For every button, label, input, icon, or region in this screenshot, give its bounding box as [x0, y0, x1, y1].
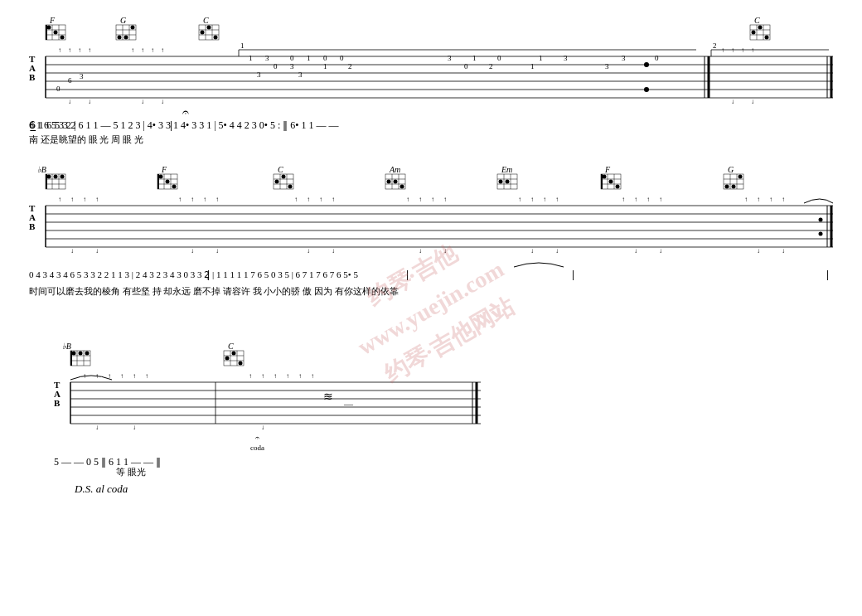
- svg-text:F: F: [49, 16, 56, 25]
- svg-text:↑: ↑: [286, 372, 289, 380]
- svg-text:↑: ↑: [298, 372, 302, 380]
- svg-text:0: 0: [56, 85, 61, 93]
- svg-text:↑: ↑: [543, 196, 546, 203]
- svg-text:↓: ↓: [88, 98, 91, 105]
- svg-text:0: 0: [340, 54, 344, 62]
- section-3-staff: ♭B C T A B ↑ ↑ ↑ ↑: [50, 334, 489, 479]
- svg-text:↓: ↓: [68, 98, 71, 105]
- svg-text:↑: ↑: [145, 372, 148, 380]
- svg-text:↓: ↓: [261, 424, 264, 431]
- svg-text:coda: coda: [250, 444, 264, 452]
- svg-text:3: 3: [622, 54, 626, 62]
- svg-text:B: B: [54, 398, 61, 408]
- svg-text:3: 3: [80, 72, 84, 80]
- ds-al-coda: D.S. al coda: [75, 483, 837, 496]
- svg-text:2: 2: [489, 62, 493, 70]
- svg-text:|: |: [170, 119, 172, 131]
- svg-text:↓: ↓: [782, 247, 785, 255]
- svg-point-85: [644, 62, 649, 67]
- svg-point-6: [47, 26, 51, 30]
- svg-text:6: 6: [68, 76, 72, 85]
- svg-point-124: [159, 175, 163, 179]
- svg-point-18: [131, 26, 135, 30]
- svg-text:↑: ↑: [731, 46, 734, 54]
- svg-text:5  —  —  0 5 ‖  6 1 1  —  — ‖: 5 — — 0 5 ‖ 6 1 1 — — ‖: [54, 456, 161, 468]
- svg-text:B: B: [29, 221, 36, 231]
- svg-text:↓: ↓: [757, 247, 760, 255]
- svg-text:↑: ↑: [751, 46, 754, 54]
- svg-point-253: [239, 361, 243, 366]
- svg-text:↑: ↑: [261, 372, 264, 380]
- svg-text:|: |: [207, 268, 210, 280]
- svg-text:3: 3: [298, 70, 303, 79]
- svg-text:↓: ↓: [95, 247, 99, 255]
- svg-text:↓: ↓: [141, 98, 144, 105]
- svg-point-115: [54, 175, 58, 179]
- svg-text:↑: ↑: [443, 196, 447, 203]
- svg-rect-163: [601, 174, 603, 189]
- svg-text:↑: ↑: [249, 372, 252, 380]
- svg-text:♭B: ♭B: [37, 165, 46, 174]
- svg-text:↑: ↑: [120, 372, 123, 380]
- svg-text:B: B: [29, 72, 36, 82]
- svg-rect-9: [46, 25, 47, 40]
- svg-text:↑: ↑: [406, 196, 409, 203]
- svg-point-16: [118, 36, 122, 40]
- svg-text:6 1 6 5 3 2  | 6 1 1  —  5 1 2: 6 1 6 5 3 2 | 6 1 1 — 5 1 2 3 | 4• 3 3 1…: [29, 119, 340, 131]
- svg-text:C: C: [754, 16, 760, 25]
- svg-point-136: [288, 185, 293, 189]
- svg-point-227: [819, 218, 823, 222]
- svg-text:↑: ↑: [769, 196, 772, 203]
- svg-text:♭B: ♭B: [62, 342, 71, 351]
- svg-text:↑: ↑: [332, 196, 335, 203]
- svg-point-172: [739, 175, 743, 179]
- svg-text:2: 2: [348, 62, 352, 70]
- svg-text:↑: ↑: [741, 46, 744, 54]
- svg-text:↑: ↑: [622, 196, 625, 203]
- svg-point-25: [207, 26, 211, 30]
- svg-text:↓: ↓: [731, 98, 734, 105]
- svg-text:2: 2: [713, 41, 717, 50]
- svg-text:↓: ↓: [133, 424, 136, 431]
- svg-text:↓: ↓: [751, 98, 754, 105]
- svg-text:↓: ↓: [332, 247, 335, 255]
- svg-point-27: [214, 36, 218, 40]
- svg-text:↑: ↑: [419, 196, 422, 203]
- svg-text:↓: ↓: [95, 424, 99, 431]
- svg-point-126: [172, 185, 177, 189]
- svg-text:↓: ↓: [530, 247, 534, 255]
- svg-text:↓: ↓: [443, 247, 447, 255]
- svg-point-145: [400, 185, 404, 189]
- svg-point-7: [54, 31, 58, 35]
- svg-text:|: |: [406, 268, 409, 280]
- svg-text:↑: ↑: [744, 196, 748, 203]
- svg-text:↑: ↑: [294, 196, 298, 203]
- svg-text:↑: ↑: [178, 196, 182, 203]
- svg-text:0: 0: [274, 62, 278, 70]
- svg-text:F: F: [161, 165, 167, 174]
- svg-text:↑: ↑: [88, 46, 91, 54]
- svg-text:↓: ↓: [659, 247, 662, 255]
- svg-text:时间可以磨去我的棱角 有些坚  持 却永远 磨不掉    请: 时间可以磨去我的棱角 有些坚 持 却永远 磨不掉 请容许 我 小小的骄 傲 因为…: [29, 286, 399, 296]
- svg-point-86: [644, 87, 649, 92]
- svg-text:↑: ↑: [70, 196, 74, 203]
- svg-text:↓: ↓: [161, 98, 164, 105]
- svg-point-34: [758, 26, 763, 30]
- svg-text:↓: ↓: [191, 247, 194, 255]
- svg-text:↑: ↑: [518, 196, 521, 203]
- svg-text:↓: ↓: [419, 247, 422, 255]
- svg-point-162: [616, 185, 620, 189]
- svg-text:↑: ↑: [216, 196, 219, 203]
- svg-text:↑: ↑: [274, 372, 277, 380]
- svg-text:↓: ↓: [634, 247, 637, 255]
- svg-point-251: [232, 352, 236, 356]
- svg-text:1: 1: [530, 62, 535, 70]
- svg-text:1: 1: [323, 62, 327, 70]
- svg-point-252: [225, 357, 230, 361]
- svg-point-153: [506, 180, 510, 184]
- svg-point-36: [765, 36, 769, 40]
- svg-text:|: |: [572, 268, 574, 280]
- svg-point-125: [166, 180, 170, 184]
- svg-text:0: 0: [290, 54, 294, 62]
- svg-text:↑: ↑: [721, 46, 724, 54]
